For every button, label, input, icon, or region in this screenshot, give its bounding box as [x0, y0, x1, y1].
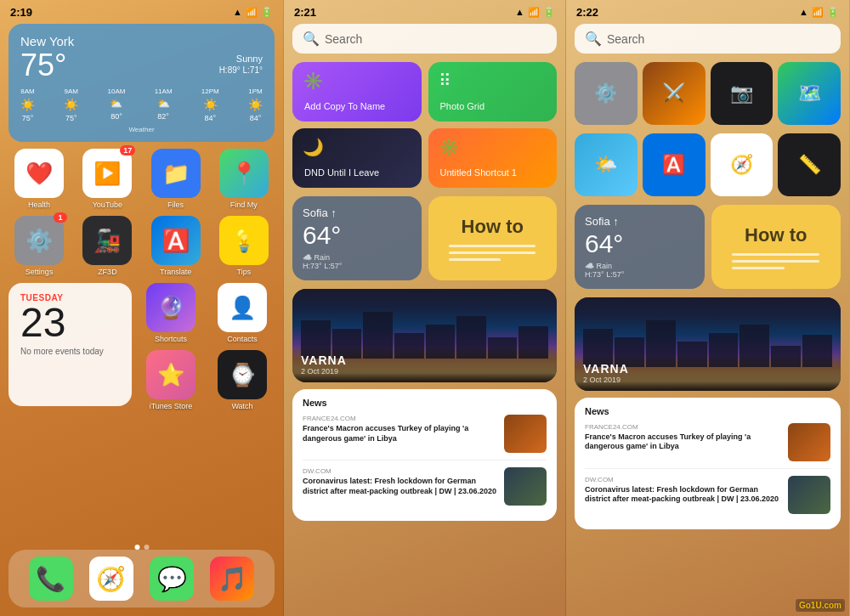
- apps-row2-p3: 🌤️ 🅰️ 🧭 📏: [575, 133, 841, 196]
- search-bar-2[interactable]: 🔍 Search: [292, 24, 557, 54]
- app-grid-row1: ❤️ Health ▶️ 17 YouTube 📁 Files 📍 Find M…: [8, 149, 275, 209]
- calendar-widget[interactable]: TUESDAY 23 No more events today: [8, 283, 132, 406]
- app-files[interactable]: 📁 Files: [145, 149, 207, 209]
- shortcut-photo-label: Photo Grid: [440, 101, 485, 111]
- app-zf3d[interactable]: 🚂 ZF3D: [76, 216, 138, 276]
- p3-safari[interactable]: 🧭: [711, 133, 774, 196]
- weather-sm-3[interactable]: Sofia ↑ 64° ☁️ Rain H:73° L:57°: [575, 205, 705, 289]
- news-item-3-2[interactable]: DW.COM Coronavirus latest: Fresh lockdow…: [585, 476, 830, 521]
- search-bar-3[interactable]: 🔍 Search: [575, 24, 841, 54]
- news-headline-3-2: Coronavirus latest: Fresh lockdown for G…: [585, 485, 781, 505]
- shortcut-untitled-label: Untitled Shortcut 1: [440, 167, 518, 178]
- search-icon-2: 🔍: [303, 31, 320, 47]
- app-settings-icon[interactable]: ⚙️ 1: [14, 216, 64, 265]
- sun-icon: ☀️: [203, 98, 218, 111]
- app-shortcuts-label: Shortcuts: [155, 335, 187, 343]
- news-item-2[interactable]: DW.COM Coronavirus latest: Fresh lockdow…: [303, 467, 547, 512]
- p3-maps[interactable]: 🗺️: [778, 62, 841, 125]
- news-card-2[interactable]: News FRANCE24.COM France's Macron accuse…: [292, 389, 557, 521]
- widget-row-2: Sofia ↑ 64° ☁️ Rain H:73° L:57° How to: [292, 196, 557, 280]
- howto-widget-2[interactable]: How to: [428, 196, 558, 280]
- app-files-icon[interactable]: 📁: [151, 149, 201, 198]
- p3-weather[interactable]: 🌤️: [575, 133, 638, 196]
- weather-sm-2[interactable]: Sofia ↑ 64° ☁️ Rain H:73° L:57°: [292, 196, 422, 280]
- signal-icon-2: ▲: [515, 7, 524, 17]
- weather-hour-5: 12PM ☀️ 84°: [201, 88, 219, 122]
- app-translate[interactable]: 🅰️ Translate: [145, 216, 207, 276]
- wsm-highlow-3: H:73° L:57°: [585, 270, 694, 279]
- hour-label: 12PM: [201, 88, 219, 95]
- app-youtube[interactable]: ▶️ 17 YouTube: [76, 149, 138, 209]
- app-contacts-icon[interactable]: 👤: [218, 283, 267, 332]
- photo-location-3: VARNA: [583, 362, 832, 376]
- app-grid-row2: ⚙️ 1 Settings 🚂 ZF3D 🅰️ Translate 💡 Tips: [8, 216, 275, 276]
- news-source-2: DW.COM: [303, 467, 497, 475]
- widget-row-3: Sofia ↑ 64° ☁️ Rain H:73° L:57° How to: [575, 205, 841, 289]
- app-youtube-label: YouTube: [93, 201, 122, 209]
- cloud-icon: ⛅: [157, 98, 170, 110]
- app-watch-icon[interactable]: ⌚: [218, 350, 267, 399]
- shortcut-dnd[interactable]: 🌙 DND Until I Leave: [292, 128, 422, 188]
- status-bar-2: 2:21 ▲ 📶 🔋: [284, 0, 565, 20]
- news-thumb-3-1: [788, 423, 830, 461]
- p3-settings[interactable]: ⚙️: [575, 62, 638, 125]
- news-headline-1: France's Macron accuses Turkey of playin…: [303, 424, 497, 444]
- cloud-icon: ⛅: [110, 98, 122, 110]
- news-item-3-1[interactable]: FRANCE24.COM France's Macron accuses Tur…: [585, 423, 830, 469]
- photo-date-3: 2 Oct 2019: [583, 376, 832, 384]
- weather-hour-2: 9AM ☀️ 75°: [64, 88, 78, 122]
- app-findmy[interactable]: 📍 Find My: [213, 149, 275, 209]
- app-tips-icon[interactable]: 💡: [219, 216, 269, 265]
- p3-ruler[interactable]: 📏: [778, 133, 841, 196]
- app-health-icon[interactable]: ❤️: [14, 149, 64, 198]
- app-itunes[interactable]: ⭐ iTunes Store: [139, 350, 203, 410]
- news-item-3-2-text: DW.COM Coronavirus latest: Fresh lockdow…: [585, 476, 781, 514]
- status-icons-1: ▲ 📶 🔋: [233, 7, 273, 18]
- app-tips-label: Tips: [237, 268, 252, 276]
- shortcut-add-copy[interactable]: ✳️ Add Copy To Name: [292, 62, 422, 122]
- sun-icon: ☀️: [20, 98, 35, 111]
- news-card-3[interactable]: News FRANCE24.COM France's Macron accuse…: [575, 398, 841, 529]
- photo-card-2[interactable]: VARNA 2 Oct 2019: [292, 289, 557, 382]
- app-tips[interactable]: 💡 Tips: [213, 216, 275, 276]
- p3-appstore[interactable]: 🅰️: [643, 133, 706, 196]
- app-youtube-icon[interactable]: ▶️ 17: [82, 149, 132, 198]
- weather-city: New York: [20, 34, 263, 48]
- weather-widget[interactable]: New York 75° Sunny H:89° L:71° 8AM ☀️ 75…: [8, 24, 275, 142]
- howto-widget-3[interactable]: How to: [711, 205, 842, 289]
- photo-card-3[interactable]: VARNA 2 Oct 2019: [575, 297, 841, 391]
- howto-lines-2: [449, 245, 536, 261]
- shortcut-photo-grid[interactable]: ⠿ Photo Grid: [428, 62, 558, 122]
- news-thumb-2: [504, 467, 547, 506]
- dock-safari[interactable]: 🧭: [89, 557, 133, 601]
- hour-temp: 84°: [250, 114, 262, 122]
- photo-overlay-3: VARNA 2 Oct 2019: [575, 355, 841, 391]
- dock-phone[interactable]: 📞: [29, 557, 73, 601]
- weather-hour-4: 11AM ⛅ 82°: [155, 88, 173, 122]
- app-shortcuts-icon[interactable]: 🔮: [146, 283, 196, 332]
- app-translate-icon[interactable]: 🅰️: [151, 216, 201, 265]
- wifi-icon: 📶: [246, 7, 258, 18]
- p3-game[interactable]: ⚔️: [643, 62, 706, 125]
- news-source-3-1: FRANCE24.COM: [585, 423, 781, 431]
- app-itunes-icon[interactable]: ⭐: [146, 350, 196, 399]
- news-item-2-text: DW.COM Coronavirus latest: Fresh lockdow…: [303, 467, 497, 506]
- p3-camera[interactable]: 📷: [711, 62, 774, 125]
- shortcut-untitled[interactable]: ✳️ Untitled Shortcut 1: [428, 128, 558, 188]
- dock-messages[interactable]: 💬: [150, 557, 194, 601]
- app-health[interactable]: ❤️ Health: [8, 149, 70, 209]
- app-findmy-icon[interactable]: 📍: [219, 149, 269, 198]
- app-watch[interactable]: ⌚ Watch: [210, 350, 275, 410]
- hour-temp: 75°: [65, 114, 77, 122]
- battery-icon-3: 🔋: [827, 7, 839, 18]
- app-contacts[interactable]: 👤 Contacts: [210, 283, 275, 343]
- news-item-1[interactable]: FRANCE24.COM France's Macron accuses Tur…: [303, 415, 547, 461]
- app-zf3d-icon[interactable]: 🚂: [82, 216, 132, 265]
- app-settings[interactable]: ⚙️ 1 Settings: [8, 216, 70, 276]
- hour-temp: 75°: [22, 114, 34, 122]
- weather-condition: Sunny: [219, 54, 263, 64]
- dock-music[interactable]: 🎵: [210, 557, 254, 601]
- weather-temp-row: 75° Sunny H:89° L:71°: [20, 50, 263, 81]
- news-headline-2: Coronavirus latest: Fresh lockdown for G…: [303, 477, 497, 496]
- app-shortcuts[interactable]: 🔮 Shortcuts: [139, 283, 203, 343]
